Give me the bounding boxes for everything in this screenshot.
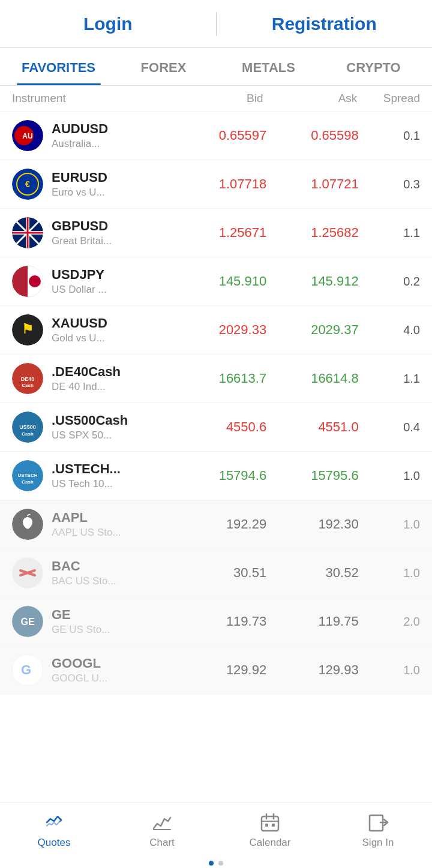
instrument-row-eurusd[interactable]: € EURUSD Euro vs U... 1.07718 1.07721 0.… [0, 160, 432, 209]
instrument-icon-us500cash: US500 Cash [12, 412, 43, 443]
instrument-name-aapl: AAPL [52, 510, 175, 525]
instrument-icon-eurusd: € [12, 169, 43, 200]
instrument-bid-xauusd: 2029.33 [175, 322, 267, 338]
svg-rect-44 [272, 824, 275, 827]
instrument-info-bac: BAC BAC US Sto... [52, 558, 175, 587]
instrument-icon-aapl [12, 509, 43, 540]
instrument-icon-audusd: AU [12, 120, 43, 151]
instrument-row-googl[interactable]: G GOOGL GOOGL U... 129.92 129.93 1.0 [0, 646, 432, 695]
instrument-row-gbpusd[interactable]: GBPUSD Great Britai... 1.25671 1.25682 1… [0, 209, 432, 257]
instrument-desc-aapl: AAPL US Sto... [52, 527, 175, 539]
instrument-desc-de40cash: DE 40 Ind... [52, 381, 175, 393]
instrument-name-ustech: .USTECH... [52, 461, 175, 477]
signin-icon [367, 812, 389, 833]
instrument-icon-googl: G [12, 654, 43, 686]
instrument-name-eurusd: EURUSD [52, 170, 175, 185]
instrument-spread-ge: 2.0 [359, 615, 420, 629]
instrument-info-ustech: .USTECH... US Tech 10... [52, 461, 175, 490]
instrument-spread-googl: 1.0 [359, 663, 420, 677]
calendar-icon [259, 812, 281, 833]
nav-quotes[interactable]: Quotes [0, 803, 108, 857]
instrument-icon-ustech: USTECH Cash [12, 460, 43, 491]
svg-rect-39 [262, 816, 278, 831]
tab-favorites[interactable]: FAVORITES [6, 48, 111, 85]
instrument-info-xauusd: XAUUSD Gold vs U... [52, 316, 175, 344]
tab-crypto[interactable]: CRYPTO [321, 48, 426, 85]
header: Login Registration [0, 0, 432, 48]
nav-chart[interactable]: Chart [108, 803, 216, 857]
instrument-row-xauusd[interactable]: ⚑ XAUUSD Gold vs U... 2029.33 2029.37 4.… [0, 306, 432, 355]
nav-signin-label: Sign In [362, 837, 394, 849]
category-tabs: FAVORITES FOREX METALS CRYPTO [0, 48, 432, 86]
svg-text:AU: AU [22, 132, 32, 140]
nav-chart-label: Chart [149, 837, 175, 849]
instrument-info-aapl: AAPL AAPL US Sto... [52, 510, 175, 539]
instrument-ask-audusd: 0.65598 [266, 128, 359, 143]
instrument-icon-de40cash: DE40 Cash [12, 363, 43, 394]
instrument-info-googl: GOOGL GOOGL U... [52, 656, 175, 684]
column-headers: Instrument Bid Ask Spread [0, 86, 432, 112]
nav-quotes-label: Quotes [38, 837, 71, 849]
nav-signin[interactable]: Sign In [324, 803, 432, 857]
nav-calendar[interactable]: Calendar [216, 803, 324, 857]
instrument-bid-ustech: 15794.6 [175, 468, 267, 483]
instrument-row-audusd[interactable]: AU AUDUSD Australia... 0.65597 0.65598 0… [0, 112, 432, 160]
col-instrument-header: Instrument [12, 92, 169, 105]
instrument-info-ge: GE GE US Sto... [52, 607, 175, 636]
instrument-bid-us500cash: 4550.6 [175, 419, 267, 435]
chart-icon [151, 812, 173, 833]
instrument-icon-usdjpy [12, 266, 43, 297]
login-button[interactable]: Login [0, 2, 216, 46]
instrument-ask-us500cash: 4551.0 [266, 419, 359, 435]
instrument-desc-audusd: Australia... [52, 138, 175, 150]
instrument-row-aapl[interactable]: AAPL AAPL US Sto... 192.29 192.30 1.0 [0, 500, 432, 549]
instrument-spread-de40cash: 1.1 [359, 372, 420, 386]
instrument-ask-gbpusd: 1.25682 [266, 225, 359, 241]
instrument-desc-gbpusd: Great Britai... [52, 235, 175, 247]
instrument-row-usdjpy[interactable]: USDJPY US Dollar ... 145.910 145.912 0.2 [0, 257, 432, 306]
instrument-desc-ge: GE US Sto... [52, 624, 175, 636]
instrument-row-de40cash[interactable]: DE40 Cash .DE40Cash DE 40 Ind... 16613.7… [0, 355, 432, 403]
instrument-name-gbpusd: GBPUSD [52, 218, 175, 234]
instrument-name-usdjpy: USDJPY [52, 267, 175, 283]
instrument-spread-audusd: 0.1 [359, 129, 420, 143]
tab-forex[interactable]: FOREX [111, 48, 216, 85]
instrument-info-eurusd: EURUSD Euro vs U... [52, 170, 175, 199]
instrument-name-us500cash: .US500Cash [52, 413, 175, 428]
instrument-ask-de40cash: 16614.8 [266, 371, 359, 386]
instrument-bid-audusd: 0.65597 [175, 128, 267, 143]
instrument-icon-bac [12, 557, 43, 588]
instrument-row-ustech[interactable]: USTECH Cash .USTECH... US Tech 10... 157… [0, 452, 432, 500]
instrument-name-bac: BAC [52, 558, 175, 574]
tab-metals[interactable]: METALS [216, 48, 321, 85]
instrument-bid-usdjpy: 145.910 [175, 274, 267, 289]
dot-1 [209, 861, 214, 866]
instrument-info-de40cash: .DE40Cash DE 40 Ind... [52, 364, 175, 393]
instrument-name-googl: GOOGL [52, 656, 175, 671]
instrument-row-us500cash[interactable]: US500 Cash .US500Cash US SPX 50... 4550.… [0, 403, 432, 452]
instrument-spread-ustech: 1.0 [359, 469, 420, 483]
instrument-ask-googl: 129.93 [266, 662, 359, 678]
instrument-name-audusd: AUDUSD [52, 121, 175, 137]
instrument-desc-googl: GOOGL U... [52, 672, 175, 684]
instrument-info-gbpusd: GBPUSD Great Britai... [52, 218, 175, 247]
instrument-icon-gbpusd [12, 217, 43, 248]
instrument-name-ge: GE [52, 607, 175, 623]
instrument-spread-aapl: 1.0 [359, 518, 420, 531]
instrument-desc-us500cash: US SPX 50... [52, 430, 175, 441]
svg-rect-43 [265, 824, 268, 827]
svg-text:GE: GE [20, 617, 34, 627]
instrument-desc-xauusd: Gold vs U... [52, 332, 175, 344]
svg-text:DE40: DE40 [21, 376, 35, 382]
col-ask-header: Ask [263, 92, 357, 105]
instrument-desc-ustech: US Tech 10... [52, 478, 175, 490]
svg-text:US500: US500 [19, 424, 36, 430]
instrument-name-de40cash: .DE40Cash [52, 364, 175, 380]
instrument-row-bac[interactable]: BAC BAC US Sto... 30.51 30.52 1.0 [0, 549, 432, 597]
register-button[interactable]: Registration [217, 2, 433, 46]
instrument-ask-xauusd: 2029.37 [266, 322, 359, 338]
instrument-row-ge[interactable]: GE GE GE US Sto... 119.73 119.75 2.0 [0, 597, 432, 646]
instruments-list: AU AUDUSD Australia... 0.65597 0.65598 0… [0, 112, 432, 761]
instrument-bid-googl: 129.92 [175, 662, 267, 678]
dot-2 [218, 861, 223, 866]
